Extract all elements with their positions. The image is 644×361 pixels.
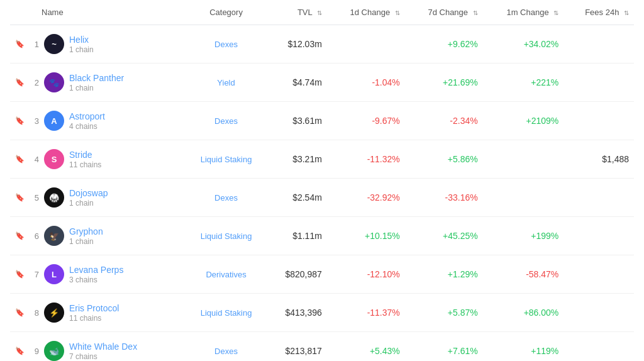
- change1m-cell: -58.47%: [483, 255, 564, 294]
- table-row: 🔖2🐾Black Panther1 chainYield$4.74m-1.04%…: [10, 64, 634, 102]
- category-link[interactable]: Dexes: [214, 193, 238, 203]
- change7d-cell: +5.87%: [405, 294, 483, 332]
- bookmark-icon[interactable]: 🔖: [15, 231, 24, 240]
- change7d-sort-icon: ⇅: [473, 9, 478, 16]
- protocol-logo: ~: [44, 34, 64, 54]
- change7d-cell: +9.62%: [405, 25, 483, 64]
- category-link[interactable]: Liquid Staking: [201, 231, 252, 241]
- protocol-chain: 11 chains: [69, 160, 101, 169]
- rank-number: 3: [29, 116, 39, 126]
- table-row: 🔖7LLevana Perps3 chainsDerivatives$820,9…: [10, 255, 634, 294]
- protocol-name[interactable]: Eris Protocol: [69, 303, 119, 313]
- header-change7d[interactable]: 7d Change ⇅: [405, 0, 483, 25]
- protocol-name[interactable]: Astroport: [69, 111, 105, 121]
- tvl-cell: $12.03m: [266, 25, 327, 64]
- fees24h-cell: [564, 294, 634, 332]
- table-row: 🔖3AAstroport4 chainsDexes$3.61m-9.67%-2.…: [10, 102, 634, 140]
- protocol-logo: 🦅: [44, 226, 64, 246]
- category-cell: Derivatives: [186, 255, 266, 294]
- category-link[interactable]: Liquid Staking: [201, 308, 252, 318]
- protocols-table: Name Category TVL ⇅ 1d Change ⇅ 7d Chang…: [10, 0, 634, 361]
- bookmark-icon[interactable]: 🔖: [15, 347, 24, 355]
- category-link[interactable]: Yield: [217, 78, 235, 87]
- category-cell: Dexes: [186, 332, 266, 362]
- bookmark-icon[interactable]: 🔖: [15, 308, 24, 317]
- fees24h-cell: [564, 179, 634, 217]
- change1m-cell: +221%: [483, 64, 564, 102]
- bookmark-icon[interactable]: 🔖: [15, 78, 24, 87]
- category-link[interactable]: Dexes: [214, 40, 238, 49]
- change1m-cell: +86.00%: [483, 294, 564, 332]
- protocol-name[interactable]: Helix: [69, 35, 94, 45]
- tvl-sort-icon: ⇅: [317, 9, 322, 16]
- protocol-chain: 1 chain: [69, 45, 94, 54]
- table-row: 🔖9🐋White Whale Dex7 chainsDexes$213,817+…: [10, 332, 634, 362]
- name-cell: 🔖4SStride11 chains: [10, 140, 186, 179]
- name-cell: 🔖9🐋White Whale Dex7 chains: [10, 332, 186, 362]
- bookmark-icon[interactable]: 🔖: [15, 116, 24, 125]
- protocol-logo: ⚡: [44, 303, 64, 323]
- main-table-container: Name Category TVL ⇅ 1d Change ⇅ 7d Chang…: [0, 0, 644, 361]
- category-link[interactable]: Dexes: [214, 116, 238, 126]
- change1d-cell: -9.67%: [327, 102, 405, 140]
- change7d-cell: +5.86%: [405, 140, 483, 179]
- change1d-cell: [327, 25, 405, 64]
- fees24h-cell: $1,488: [564, 140, 634, 179]
- protocol-chain: 7 chains: [69, 352, 137, 361]
- fees24h-cell: [564, 25, 634, 64]
- protocol-logo: L: [44, 264, 64, 284]
- name-cell: 🔖2🐾Black Panther1 chain: [10, 64, 186, 102]
- change7d-cell: -33.16%: [405, 179, 483, 217]
- table-body: 🔖1~Helix1 chainDexes$12.03m+9.62%+34.02%…: [10, 25, 634, 362]
- protocol-name[interactable]: Stride: [69, 150, 101, 160]
- bookmark-icon[interactable]: 🔖: [15, 40, 24, 48]
- category-cell: Liquid Staking: [186, 217, 266, 255]
- protocol-name[interactable]: White Whale Dex: [69, 342, 137, 352]
- category-link[interactable]: Derivatives: [206, 270, 246, 279]
- category-link[interactable]: Liquid Staking: [201, 155, 252, 164]
- table-header-row: Name Category TVL ⇅ 1d Change ⇅ 7d Chang…: [10, 0, 634, 25]
- protocol-name[interactable]: Black Panther: [69, 73, 124, 83]
- protocol-logo: 🐾: [44, 72, 64, 92]
- tvl-cell: $413,396: [266, 294, 327, 332]
- protocol-name[interactable]: Gryphon: [69, 226, 103, 236]
- bookmark-icon[interactable]: 🔖: [15, 270, 24, 279]
- header-category: Category: [186, 0, 266, 25]
- change1d-cell: +10.15%: [327, 217, 405, 255]
- header-tvl[interactable]: TVL ⇅: [266, 0, 327, 25]
- category-cell: Liquid Staking: [186, 294, 266, 332]
- header-change1d[interactable]: 1d Change ⇅: [327, 0, 405, 25]
- protocol-chain: 1 chain: [69, 84, 124, 92]
- category-link[interactable]: Dexes: [214, 347, 238, 356]
- name-cell: 🔖1~Helix1 chain: [10, 25, 186, 64]
- table-row: 🔖1~Helix1 chainDexes$12.03m+9.62%+34.02%: [10, 25, 634, 64]
- change1d-cell: -12.10%: [327, 255, 405, 294]
- category-cell: Dexes: [186, 25, 266, 64]
- protocol-chain: 11 chains: [69, 314, 119, 323]
- protocol-logo: 🐋: [44, 341, 64, 361]
- bookmark-icon[interactable]: 🔖: [15, 193, 24, 202]
- tvl-cell: $4.74m: [266, 64, 327, 102]
- category-cell: Dexes: [186, 102, 266, 140]
- change1m-cell: +199%: [483, 217, 564, 255]
- change1d-cell: +5.43%: [327, 332, 405, 362]
- header-fees24h[interactable]: Fees 24h ⇅: [564, 0, 634, 25]
- category-cell: Liquid Staking: [186, 140, 266, 179]
- change1d-sort-icon: ⇅: [395, 9, 400, 16]
- protocol-name[interactable]: Levana Perps: [69, 265, 123, 275]
- table-row: 🔖5🥋Dojoswap1 chainDexes$2.54m-32.92%-33.…: [10, 179, 634, 217]
- change1m-cell: [483, 179, 564, 217]
- protocol-logo: A: [44, 111, 64, 131]
- protocol-chain: 1 chain: [69, 199, 108, 208]
- rank-number: 5: [29, 193, 39, 203]
- change7d-cell: +21.69%: [405, 64, 483, 102]
- bookmark-icon[interactable]: 🔖: [15, 155, 24, 164]
- table-row: 🔖4SStride11 chainsLiquid Staking$3.21m-1…: [10, 140, 634, 179]
- protocol-name[interactable]: Dojoswap: [69, 188, 108, 198]
- change1d-cell: -11.37%: [327, 294, 405, 332]
- rank-number: 7: [29, 270, 39, 279]
- tvl-cell: $3.61m: [266, 102, 327, 140]
- tvl-cell: $2.54m: [266, 179, 327, 217]
- fees24h-sort-icon: ⇅: [624, 9, 629, 16]
- header-change1m[interactable]: 1m Change ⇅: [483, 0, 564, 25]
